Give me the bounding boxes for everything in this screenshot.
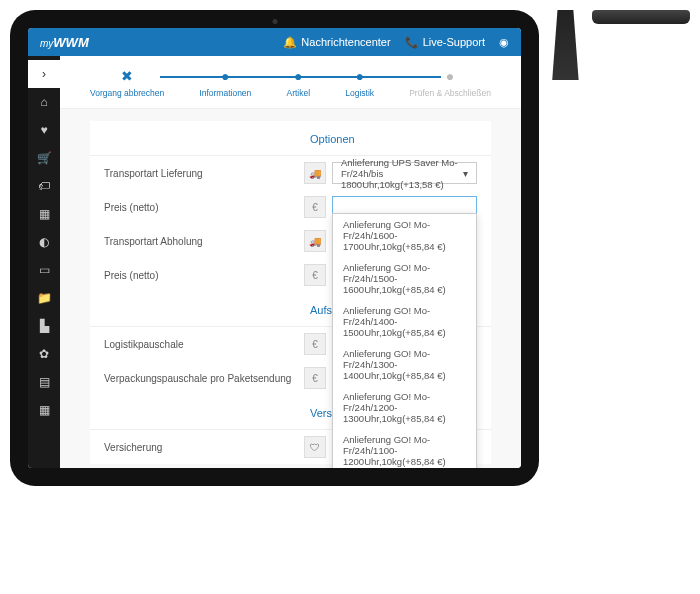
monitor-frame: myWWM 🔔 Nachrichtencenter 📞 Live-Support… xyxy=(10,10,539,486)
screen: myWWM 🔔 Nachrichtencenter 📞 Live-Support… xyxy=(28,28,521,468)
user-icon: ◉ xyxy=(499,36,509,49)
section-options: Optionen xyxy=(90,121,491,156)
step-article[interactable]: ● Artikel xyxy=(286,68,310,98)
sidebar-calendar2-icon[interactable]: ▦ xyxy=(28,396,60,424)
logo[interactable]: myWWM xyxy=(40,35,89,50)
sidebar-doc-icon[interactable]: ▤ xyxy=(28,368,60,396)
monitor-base xyxy=(592,10,690,24)
label-price1: Preis (netto) xyxy=(104,202,304,213)
sidebar-settings-icon[interactable]: ✿ xyxy=(28,340,60,368)
step-logistics[interactable]: ● Logistik xyxy=(345,68,374,98)
label-transport-pickup: Transportart Abholung xyxy=(104,236,304,247)
truck-icon: 🚚 xyxy=(304,230,326,252)
dropdown-item[interactable]: Anlieferung GO! Mo-Fr/24h/1300-1400Uhr,1… xyxy=(333,343,476,386)
chevron-down-icon: ▾ xyxy=(463,168,468,179)
euro-icon: € xyxy=(304,196,326,218)
sidebar-folder-icon[interactable]: 📁 xyxy=(28,284,60,312)
truck-icon: 🚚 xyxy=(304,162,326,184)
topbar: myWWM 🔔 Nachrichtencenter 📞 Live-Support… xyxy=(28,28,521,56)
notifications-link[interactable]: 🔔 Nachrichtencenter xyxy=(283,36,390,49)
select-transport-delivery[interactable]: Anlieferung UPS Saver Mo-Fr/24h/bis 1800… xyxy=(332,162,477,184)
sidebar-tag-icon[interactable]: 🏷 xyxy=(28,172,60,200)
sidebar-cart-icon[interactable]: 🛒 xyxy=(28,144,60,172)
label-transport-delivery: Transportart Lieferung xyxy=(104,168,304,179)
bell-icon: 🔔 xyxy=(283,36,297,49)
dropdown-item[interactable]: Anlieferung GO! Mo-Fr/24h/1200-1300Uhr,1… xyxy=(333,386,476,429)
dot-icon: ● xyxy=(294,68,302,84)
select-value: Anlieferung UPS Saver Mo-Fr/24h/bis 1800… xyxy=(341,157,463,190)
euro-icon: € xyxy=(304,333,326,355)
sidebar-home-icon[interactable]: ⌂ xyxy=(28,88,60,116)
label-packaging-fee: Verpackungspauschale pro Paketsendung xyxy=(104,373,304,384)
dropdown-item[interactable]: Anlieferung GO! Mo-Fr/24h/1600-1700Uhr,1… xyxy=(333,214,476,257)
sidebar-chart-icon[interactable]: ◐ xyxy=(28,228,60,256)
dropdown-item[interactable]: Anlieferung GO! Mo-Fr/24h/1100-1200Uhr,1… xyxy=(333,429,476,468)
logo-prefix: my xyxy=(40,38,53,49)
euro-icon: € xyxy=(304,367,326,389)
form-panel: Optionen Transportart Lieferung 🚚 Anlief… xyxy=(90,121,491,464)
step-finish[interactable]: ● Prüfen & Abschließen xyxy=(409,68,491,98)
dot-icon: ● xyxy=(355,68,363,84)
dot-icon: ● xyxy=(446,68,454,84)
content-area: ✖ Vorgang abbrechen ● Informationen ● Ar… xyxy=(60,56,521,468)
support-link[interactable]: 📞 Live-Support xyxy=(405,36,485,49)
sidebar-heart-icon[interactable]: ♥ xyxy=(28,116,60,144)
dropdown-item[interactable]: Anlieferung GO! Mo-Fr/24h/1500-1600Uhr,1… xyxy=(333,257,476,300)
sidebar-expand[interactable]: › xyxy=(28,60,60,88)
sidebar: › ⌂ ♥ 🛒 🏷 ▦ ◐ ▭ 📁 ▙ ✿ ▤ ▦ xyxy=(28,56,60,468)
sidebar-calendar-icon[interactable]: ▦ xyxy=(28,200,60,228)
support-label: Live-Support xyxy=(423,36,485,48)
euro-icon: € xyxy=(304,264,326,286)
close-icon: ✖ xyxy=(121,68,133,84)
label-logistics-fee: Logistikpauschale xyxy=(104,339,304,350)
shield-icon: 🛡 xyxy=(304,436,326,458)
label-insurance: Versicherung xyxy=(104,442,304,453)
wizard-steps: ✖ Vorgang abbrechen ● Informationen ● Ar… xyxy=(60,56,521,109)
camera-dot xyxy=(272,19,277,24)
monitor-stand xyxy=(539,10,592,80)
step-info[interactable]: ● Informationen xyxy=(199,68,251,98)
sidebar-card-icon[interactable]: ▭ xyxy=(28,256,60,284)
dropdown-list[interactable]: Anlieferung GO! Mo-Fr/24h/1600-1700Uhr,1… xyxy=(332,213,477,468)
step-cancel[interactable]: ✖ Vorgang abbrechen xyxy=(90,68,164,98)
row-transport-delivery: Transportart Lieferung 🚚 Anlieferung UPS… xyxy=(90,156,491,190)
dot-icon: ● xyxy=(221,68,229,84)
dropdown-item[interactable]: Anlieferung GO! Mo-Fr/24h/1400-1500Uhr,1… xyxy=(333,300,476,343)
phone-icon: 📞 xyxy=(405,36,419,49)
sidebar-stats-icon[interactable]: ▙ xyxy=(28,312,60,340)
logo-main: WWM xyxy=(53,35,88,50)
notifications-label: Nachrichtencenter xyxy=(301,36,390,48)
label-price2: Preis (netto) xyxy=(104,270,304,281)
user-menu[interactable]: ◉ xyxy=(499,36,509,49)
